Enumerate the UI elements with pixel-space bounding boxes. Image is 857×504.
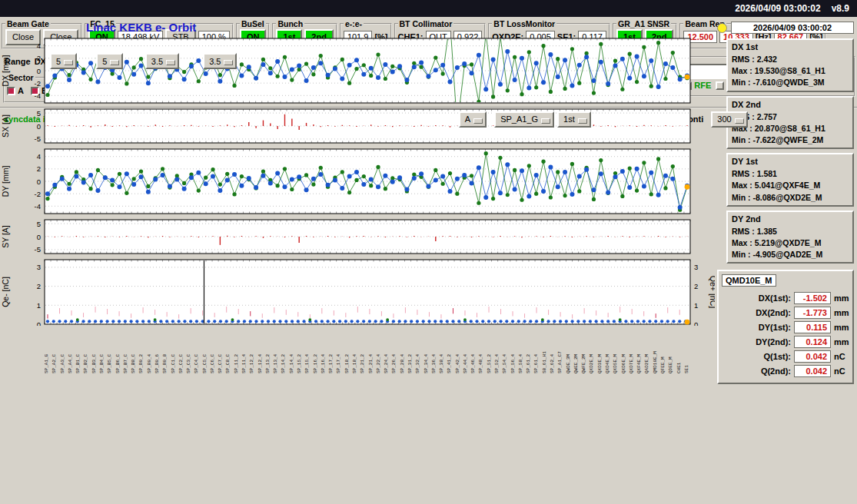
bpm-label: SP_17_4 [337, 329, 341, 373]
bpm-label: SP_B2_C [84, 329, 88, 373]
bpm-label: SP_C1_C [171, 329, 176, 373]
stats-panels: DX 1stRMS : 2.432Max : 19.530@S8_61_H1Mi… [717, 38, 855, 264]
monitor-label: DX(2nd): [756, 308, 791, 317]
svg-text:4: 4 [37, 152, 41, 161]
range-qep-select[interactable]: 3.5 [203, 53, 237, 69]
svg-text:3: 3 [694, 263, 698, 271]
bpm-label: SP_41_2 [447, 329, 452, 373]
svg-text:-4: -4 [35, 202, 41, 211]
monitor-label: DX(1st): [759, 293, 791, 303]
bpm-label: SP_17_2 [329, 329, 334, 373]
bpm-label: SP_A1_G [45, 329, 49, 373]
bpm-label: SP_14_4 [290, 329, 294, 373]
bpm-label: SP_48_4 [479, 329, 483, 373]
bpm-label: SP_R0_6 [155, 329, 160, 373]
status-indicator [717, 23, 727, 33]
bpm-label: QWEE_2M [574, 329, 579, 373]
bpm-label: SP_13_4 [274, 329, 278, 373]
bpm-label: SP_16_4 [321, 329, 326, 373]
svg-text:0: 0 [37, 122, 41, 131]
stat-line: Max : 20.870@S8_61_H1 [732, 123, 849, 134]
svg-text:SX [A]: SX [A] [1, 114, 10, 138]
bpm-label: SP_31_2 [408, 329, 413, 373]
stat-line: Max : 5.041@QXF4E_M [732, 180, 849, 191]
bpm-label: SP_15_4 [305, 329, 310, 373]
monitor-row: DY(2nd):0.124mm [722, 336, 849, 348]
stat-line: Min : -7.622@QWFE_2M [732, 134, 849, 146]
bpm-label: SP_B4_C [100, 329, 105, 373]
bpm-label: SP_42_4 [456, 329, 460, 373]
stat-line: DX 2nd [732, 99, 849, 111]
monitor-rows: DX(1st):-1.502mmDX(2nd):-1.773mmDY(1st):… [722, 292, 849, 377]
bpm-label: QXD7E_M [629, 329, 634, 373]
stat-line: Min : -7.610@QWDE_3M [732, 77, 849, 88]
svg-text:SY [A]: SY [A] [1, 225, 10, 248]
bpm-label: SP_52_4 [495, 329, 500, 373]
svg-text:2: 2 [37, 282, 41, 290]
svg-text:3: 3 [37, 263, 41, 271]
bpm-label: SP_62_4 [550, 329, 555, 373]
stat-panel-dx-1st: DX 1stRMS : 2.432Max : 19.530@S8_61_H1Mi… [726, 38, 854, 92]
stat-line: RMS : 1.581 [732, 168, 849, 180]
titlebar-datetime: 2026/04/09 03:00:02 [735, 3, 820, 14]
range-dy-select[interactable]: 5 [96, 53, 123, 69]
device-select[interactable]: SP_A1_G [494, 111, 554, 128]
bpm-label: SP_21_4 [369, 329, 374, 373]
range-qem-select[interactable]: 3.5 [145, 53, 179, 69]
svg-text:-5: -5 [35, 245, 41, 254]
bpm-label: SP_54_4 [503, 329, 507, 373]
monitor-unit: nC [834, 366, 849, 376]
bpm-label: SP_38_4 [440, 329, 444, 373]
svg-text:5: 5 [37, 220, 41, 228]
svg-text:2: 2 [37, 54, 41, 62]
svg-text:5: 5 [37, 109, 41, 118]
stat-line: RMS : 2.432 [732, 54, 849, 65]
range-dx-select[interactable]: 5 [50, 53, 77, 69]
bpm-label: QXD4E_M [606, 329, 610, 373]
stat-panel-dy-2nd: DY 2ndRMS : 1.385Max : 5.219@QXD7E_MMin … [726, 211, 854, 264]
svg-text:2: 2 [694, 282, 698, 290]
monitor-unit: nC [834, 352, 849, 361]
svg-text:Qe+ [nC]: Qe+ [nC] [709, 276, 715, 308]
bpm-label: SP_C5_C [203, 329, 208, 373]
svg-text:0: 0 [37, 233, 41, 241]
svg-text:0: 0 [37, 67, 41, 75]
right-panel: 2026/04/09 03:00:02 DX 1stRMS : 2.432Max… [717, 22, 855, 384]
bpm-label: SP_C3_C [187, 329, 191, 373]
monitor-label: Q(2nd): [761, 366, 791, 376]
monitor-title: QMD10E_M [722, 274, 776, 287]
monitor-value: 0.042 [794, 350, 831, 363]
monitor-value: 0.115 [794, 321, 831, 333]
svg-text:-5: -5 [35, 134, 41, 143]
bpm-label: SP_C8_C [226, 329, 231, 373]
stat-line: DY 2nd [732, 214, 849, 226]
monitor-unit: mm [834, 323, 849, 332]
bpm-label: QMD10E_M [653, 329, 658, 373]
monitor-label: DY(2nd): [756, 337, 791, 346]
interval-select[interactable]: 300 [711, 111, 747, 128]
bpm-label: QXD3E_M [598, 329, 603, 373]
svg-text:4: 4 [37, 41, 41, 50]
bpm-label: S8_61_H1 [543, 329, 547, 373]
bpm-axis-labels: SP_A1_GSP_A2_CSP_A3_CSP_A4_CSP_B1_CSP_B2… [45, 329, 690, 373]
bpm-label: SP_A3_C [61, 329, 65, 373]
stat-line: DY 1st [732, 156, 849, 168]
bpm-label: SP_C7_C [218, 329, 223, 373]
svg-text:1: 1 [694, 301, 698, 310]
monitor-value: -1.773 [794, 307, 831, 319]
bpm-label: SP_61_2 [526, 329, 531, 373]
sector-select[interactable]: A [459, 111, 487, 128]
bpm-label: SP_13_2 [266, 329, 271, 373]
titlebar-version: v8.9 [832, 3, 849, 14]
stat-panel-dy-1st: DY 1stRMS : 1.581Max : 5.041@QXF4E_MMin … [726, 153, 854, 207]
qe-plot: 00112233Qe- [nC]Qe+ [nC] [0, 258, 715, 326]
bpm-label: SP_B6_C [116, 329, 121, 373]
bpm-label: SP_B7_C [124, 329, 128, 373]
monitor-value: 0.042 [794, 365, 831, 377]
stat-line: RMS : 2.757 [732, 111, 849, 123]
bpm-label: QXD5E_M [613, 329, 618, 373]
svg-text:0: 0 [694, 320, 698, 327]
bunch-select[interactable]: 1st [557, 111, 591, 128]
svg-text:1: 1 [37, 301, 41, 310]
dx-plot: 420-2-4DX [mm] [0, 37, 692, 104]
